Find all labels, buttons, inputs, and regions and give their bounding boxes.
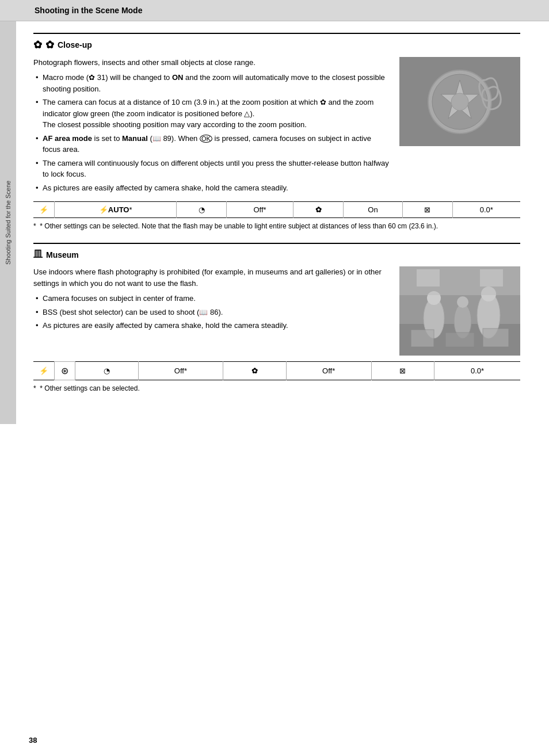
timer-icon-cell: ◔	[177, 202, 226, 218]
close-up-header: ✿ ✿ Close-up	[33, 33, 520, 51]
museum-footnote-text: * Other settings can be selected.	[40, 384, 139, 392]
timer-value-cell: Off*	[226, 202, 293, 218]
macro-value-cell: On	[343, 202, 403, 218]
bullet-2: The camera can focus at a distance of 10…	[33, 97, 391, 131]
museum-title: Museum	[46, 250, 79, 259]
macro-icon-cell: ✿	[293, 202, 343, 218]
museum-bullets: Camera focuses on subject in center of f…	[33, 293, 391, 331]
svg-rect-18	[417, 269, 440, 287]
bullet-4: As pictures are easily affected by camer…	[33, 182, 391, 194]
exposure-icon-cell: ⊠	[403, 202, 452, 218]
sidebar-tab: Shooting Suited for the Scene	[0, 21, 16, 424]
bullet-1: Macro mode (✿ 31) will be changed to ON …	[33, 72, 391, 94]
museum-timer-icon: ◔	[75, 362, 139, 380]
museum-section: 皿 Museum Use indoors where flash photogr…	[33, 243, 520, 394]
close-up-image	[399, 57, 520, 146]
svg-point-11	[457, 296, 468, 308]
page-header: Shooting in the Scene Mode	[0, 0, 549, 21]
museum-bullet-3: As pictures are easily affected by camer…	[33, 320, 391, 331]
close-up-text: Photograph flowers, insects and other sm…	[33, 57, 391, 196]
close-up-intro: Photograph flowers, insects and other sm…	[33, 57, 391, 68]
close-up-title: Close-up	[58, 40, 92, 49]
sidebar-label: Shooting Suited for the Scene	[5, 181, 12, 265]
close-up-settings-table: ⚡ ⚡AUTO* ◔ Off* ✿ On ⊠ 0.0*	[33, 201, 520, 218]
museum-svg	[399, 266, 520, 356]
close-up-footnote-text: * Other settings can be selected. Note t…	[40, 222, 438, 230]
close-up-section: ✿ ✿ Close-up Photograph flowers, insects…	[33, 33, 520, 231]
close-up-svg	[399, 57, 520, 146]
header-title: Shooting in the Scene Mode	[35, 6, 142, 15]
svg-rect-19	[480, 269, 503, 287]
museum-settings-row: ⚡ ⊛ ◔ Off* ✿ Off* ⊠ 0.0*	[33, 362, 520, 380]
close-up-icon2: ✿	[45, 39, 54, 51]
museum-body: Use indoors where flash photography is p…	[33, 266, 520, 356]
close-up-footnote: * * Other settings can be selected. Note…	[33, 221, 520, 231]
close-up-bullets: Macro mode (✿ 31) will be changed to ON …	[33, 72, 391, 193]
flash-icon-cell: ⚡	[33, 202, 55, 218]
page-number: 38	[29, 736, 37, 744]
bullet-af: AF area mode is set to Manual (📖 89). Wh…	[33, 133, 391, 155]
museum-exposure-value: 0.0*	[434, 362, 520, 380]
museum-header: 皿 Museum	[33, 243, 520, 261]
close-up-settings-row: ⚡ ⚡AUTO* ◔ Off* ✿ On ⊠ 0.0*	[33, 202, 520, 218]
flash-value-cell: ⚡AUTO*	[55, 202, 177, 218]
svg-rect-15	[445, 333, 474, 347]
svg-rect-16	[483, 329, 509, 347]
museum-timer-value: Off*	[138, 362, 223, 380]
museum-flash-value: ⊛	[55, 362, 75, 380]
museum-macro-icon: ✿	[223, 362, 287, 380]
museum-intro: Use indoors where flash photography is p…	[33, 266, 391, 289]
museum-bullet-2: BSS (best shot selector) can be used to …	[33, 307, 391, 318]
museum-bullet-1: Camera focuses on subject in center of f…	[33, 293, 391, 304]
close-up-body: Photograph flowers, insects and other sm…	[33, 57, 520, 196]
svg-point-5	[451, 93, 468, 110]
museum-text: Use indoors where flash photography is p…	[33, 266, 391, 356]
bullet-3: The camera will continuously focus on di…	[33, 158, 391, 180]
svg-rect-14	[411, 330, 434, 347]
main-content: ✿ ✿ Close-up Photograph flowers, insects…	[16, 21, 549, 424]
museum-exposure-icon: ⊠	[371, 362, 434, 380]
exposure-value-cell: 0.0*	[452, 202, 520, 218]
museum-footnote: * * Other settings can be selected.	[33, 383, 520, 394]
close-up-icon: ✿	[33, 39, 42, 51]
museum-image	[399, 266, 520, 356]
museum-icon: 皿	[33, 249, 43, 261]
museum-macro-value: Off*	[286, 362, 371, 380]
museum-flash-icon: ⚡	[33, 362, 55, 380]
museum-settings-table: ⚡ ⊛ ◔ Off* ✿ Off* ⊠ 0.0*	[33, 361, 520, 380]
